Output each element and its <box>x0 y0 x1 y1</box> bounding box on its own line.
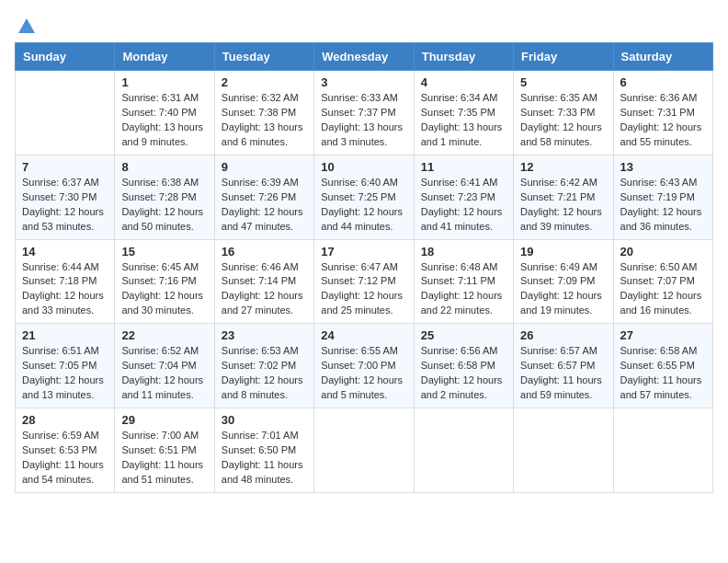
calendar-cell: 21Sunrise: 6:51 AMSunset: 7:05 PMDayligh… <box>16 324 115 408</box>
day-info: Sunrise: 6:36 AMSunset: 7:31 PMDaylight:… <box>620 91 706 150</box>
calendar-header-row: SundayMondayTuesdayWednesdayThursdayFrid… <box>16 43 713 71</box>
calendar-cell <box>514 408 613 493</box>
day-info: Sunrise: 6:57 AMSunset: 6:57 PMDaylight:… <box>520 344 606 403</box>
page-header <box>15 15 713 31</box>
day-info: Sunrise: 6:32 AMSunset: 7:38 PMDaylight:… <box>222 91 307 150</box>
day-of-week-header: Thursday <box>414 43 513 71</box>
day-number: 27 <box>620 328 706 342</box>
calendar-cell <box>314 408 414 493</box>
day-number: 6 <box>620 75 706 89</box>
day-info: Sunrise: 6:35 AMSunset: 7:33 PMDaylight:… <box>520 91 606 150</box>
calendar-cell: 26Sunrise: 6:57 AMSunset: 6:57 PMDayligh… <box>514 324 613 408</box>
day-number: 30 <box>222 413 307 427</box>
calendar-cell: 24Sunrise: 6:55 AMSunset: 7:00 PMDayligh… <box>314 324 414 408</box>
day-info: Sunrise: 6:56 AMSunset: 6:58 PMDaylight:… <box>421 344 506 403</box>
day-of-week-header: Saturday <box>613 43 712 71</box>
day-info: Sunrise: 6:37 AMSunset: 7:30 PMDaylight:… <box>22 176 108 235</box>
day-number: 11 <box>421 160 506 174</box>
calendar-cell: 25Sunrise: 6:56 AMSunset: 6:58 PMDayligh… <box>414 324 513 408</box>
calendar-cell: 23Sunrise: 6:53 AMSunset: 7:02 PMDayligh… <box>214 324 313 408</box>
calendar-cell: 15Sunrise: 6:45 AMSunset: 7:16 PMDayligh… <box>115 239 214 324</box>
day-info: Sunrise: 6:55 AMSunset: 7:00 PMDaylight:… <box>321 344 406 403</box>
day-info: Sunrise: 6:45 AMSunset: 7:16 PMDaylight:… <box>121 260 207 319</box>
logo-icon <box>17 17 37 35</box>
day-number: 24 <box>321 328 406 342</box>
calendar-week-row: 7Sunrise: 6:37 AMSunset: 7:30 PMDaylight… <box>16 155 713 239</box>
calendar-cell <box>414 408 513 493</box>
day-info: Sunrise: 7:01 AMSunset: 6:50 PMDaylight:… <box>222 429 307 488</box>
day-number: 15 <box>121 245 207 259</box>
day-number: 3 <box>321 75 406 89</box>
day-info: Sunrise: 6:52 AMSunset: 7:04 PMDaylight:… <box>121 344 207 403</box>
calendar-week-row: 1Sunrise: 6:31 AMSunset: 7:40 PMDaylight… <box>16 71 713 155</box>
calendar-cell: 18Sunrise: 6:48 AMSunset: 7:11 PMDayligh… <box>414 239 513 324</box>
day-info: Sunrise: 6:50 AMSunset: 7:07 PMDaylight:… <box>620 260 706 319</box>
day-number: 9 <box>222 160 307 174</box>
day-number: 23 <box>222 328 307 342</box>
svg-marker-0 <box>18 18 35 33</box>
day-number: 5 <box>520 75 606 89</box>
calendar-cell <box>16 71 115 155</box>
day-of-week-header: Monday <box>115 43 214 71</box>
day-info: Sunrise: 6:48 AMSunset: 7:11 PMDaylight:… <box>421 260 506 319</box>
day-info: Sunrise: 6:43 AMSunset: 7:19 PMDaylight:… <box>620 176 706 235</box>
day-info: Sunrise: 6:53 AMSunset: 7:02 PMDaylight:… <box>222 344 307 403</box>
calendar-cell: 16Sunrise: 6:46 AMSunset: 7:14 PMDayligh… <box>214 239 313 324</box>
day-number: 8 <box>121 160 207 174</box>
calendar-cell: 6Sunrise: 6:36 AMSunset: 7:31 PMDaylight… <box>613 71 712 155</box>
day-number: 2 <box>222 75 307 89</box>
day-number: 7 <box>22 160 108 174</box>
calendar-week-row: 21Sunrise: 6:51 AMSunset: 7:05 PMDayligh… <box>16 324 713 408</box>
day-info: Sunrise: 7:00 AMSunset: 6:51 PMDaylight:… <box>121 429 207 488</box>
day-info: Sunrise: 6:49 AMSunset: 7:09 PMDaylight:… <box>520 260 606 319</box>
day-number: 18 <box>421 245 506 259</box>
day-info: Sunrise: 6:38 AMSunset: 7:28 PMDaylight:… <box>121 176 207 235</box>
calendar-cell: 7Sunrise: 6:37 AMSunset: 7:30 PMDaylight… <box>16 155 115 239</box>
day-of-week-header: Sunday <box>16 43 115 71</box>
calendar-cell: 29Sunrise: 7:00 AMSunset: 6:51 PMDayligh… <box>115 408 214 493</box>
day-of-week-header: Friday <box>514 43 613 71</box>
logo <box>15 15 37 31</box>
day-number: 22 <box>121 328 207 342</box>
day-info: Sunrise: 6:59 AMSunset: 6:53 PMDaylight:… <box>22 429 108 488</box>
day-info: Sunrise: 6:58 AMSunset: 6:55 PMDaylight:… <box>620 344 706 403</box>
calendar-table: SundayMondayTuesdayWednesdayThursdayFrid… <box>15 42 713 493</box>
day-number: 28 <box>22 413 108 427</box>
calendar-week-row: 28Sunrise: 6:59 AMSunset: 6:53 PMDayligh… <box>16 408 713 493</box>
day-of-week-header: Wednesday <box>314 43 414 71</box>
day-number: 12 <box>520 160 606 174</box>
day-info: Sunrise: 6:34 AMSunset: 7:35 PMDaylight:… <box>421 91 506 150</box>
calendar-cell: 13Sunrise: 6:43 AMSunset: 7:19 PMDayligh… <box>613 155 712 239</box>
day-number: 13 <box>620 160 706 174</box>
calendar-cell: 9Sunrise: 6:39 AMSunset: 7:26 PMDaylight… <box>214 155 313 239</box>
day-info: Sunrise: 6:33 AMSunset: 7:37 PMDaylight:… <box>321 91 406 150</box>
calendar-cell: 10Sunrise: 6:40 AMSunset: 7:25 PMDayligh… <box>314 155 414 239</box>
day-number: 25 <box>421 328 506 342</box>
calendar-cell: 28Sunrise: 6:59 AMSunset: 6:53 PMDayligh… <box>16 408 115 493</box>
calendar-cell: 1Sunrise: 6:31 AMSunset: 7:40 PMDaylight… <box>115 71 214 155</box>
day-info: Sunrise: 6:41 AMSunset: 7:23 PMDaylight:… <box>421 176 506 235</box>
calendar-cell: 14Sunrise: 6:44 AMSunset: 7:18 PMDayligh… <box>16 239 115 324</box>
calendar-cell: 5Sunrise: 6:35 AMSunset: 7:33 PMDaylight… <box>514 71 613 155</box>
calendar-cell: 19Sunrise: 6:49 AMSunset: 7:09 PMDayligh… <box>514 239 613 324</box>
calendar-cell <box>613 408 712 493</box>
day-number: 20 <box>620 245 706 259</box>
day-info: Sunrise: 6:42 AMSunset: 7:21 PMDaylight:… <box>520 176 606 235</box>
calendar-cell: 4Sunrise: 6:34 AMSunset: 7:35 PMDaylight… <box>414 71 513 155</box>
calendar-cell: 2Sunrise: 6:32 AMSunset: 7:38 PMDaylight… <box>214 71 313 155</box>
day-number: 21 <box>22 328 108 342</box>
calendar-cell: 20Sunrise: 6:50 AMSunset: 7:07 PMDayligh… <box>613 239 712 324</box>
day-info: Sunrise: 6:40 AMSunset: 7:25 PMDaylight:… <box>321 176 406 235</box>
day-info: Sunrise: 6:44 AMSunset: 7:18 PMDaylight:… <box>22 260 108 319</box>
day-number: 29 <box>121 413 207 427</box>
day-info: Sunrise: 6:51 AMSunset: 7:05 PMDaylight:… <box>22 344 108 403</box>
day-number: 17 <box>321 245 406 259</box>
calendar-cell: 27Sunrise: 6:58 AMSunset: 6:55 PMDayligh… <box>613 324 712 408</box>
day-of-week-header: Tuesday <box>214 43 313 71</box>
day-info: Sunrise: 6:31 AMSunset: 7:40 PMDaylight:… <box>121 91 207 150</box>
calendar-cell: 30Sunrise: 7:01 AMSunset: 6:50 PMDayligh… <box>214 408 313 493</box>
day-number: 26 <box>520 328 606 342</box>
day-number: 14 <box>22 245 108 259</box>
calendar-cell: 11Sunrise: 6:41 AMSunset: 7:23 PMDayligh… <box>414 155 513 239</box>
day-number: 16 <box>222 245 307 259</box>
